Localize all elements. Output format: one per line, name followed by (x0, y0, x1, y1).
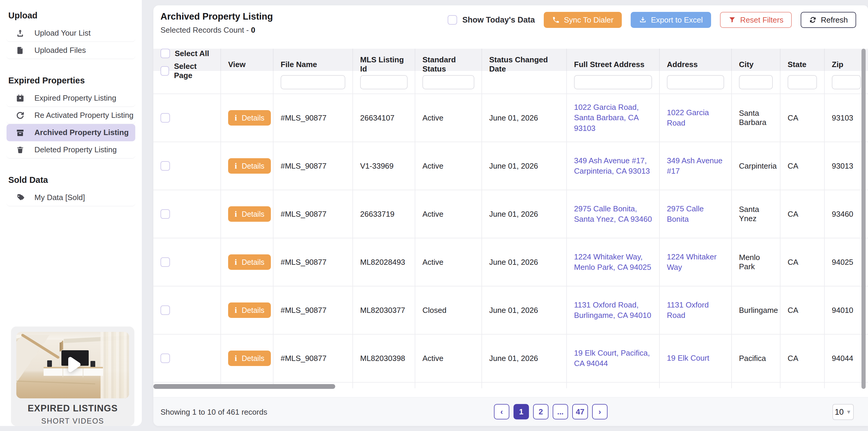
pagination-page-2[interactable]: 2 (533, 404, 549, 420)
filter-input-city[interactable] (739, 75, 773, 89)
full-street-address-link[interactable]: 349 Ash Avenue #17, Carpinteria, CA 9301… (574, 155, 652, 176)
pagination-page-47[interactable]: 47 (572, 404, 588, 420)
table-row: iDetails #MLS_90877 V1-33969 Active June… (153, 142, 868, 190)
cell-city: Santa Barbara (732, 94, 780, 142)
pagination-prev-button[interactable]: ‹ (494, 404, 509, 420)
row-checkbox[interactable] (160, 161, 170, 171)
address-link[interactable]: 349 Ash Avenue #17 (667, 155, 724, 176)
address-link[interactable]: 1022 Garcia Road (667, 108, 724, 128)
cell-status-changed-date: June 01, 2026 (482, 238, 567, 286)
file-icon (16, 46, 25, 55)
sidebar-gap (6, 59, 135, 69)
details-button[interactable]: iDetails (228, 254, 271, 270)
video-promo-card: EXPIRED LISTINGS SHORT VIDEOS (11, 326, 134, 426)
row-checkbox[interactable] (160, 257, 170, 267)
sync-to-dialer-button[interactable]: Sync To Dialer (544, 12, 622, 28)
export-to-excel-button[interactable]: Export to Excel (631, 12, 711, 28)
cell-standard-status: Active (415, 94, 482, 142)
info-icon: i (235, 353, 237, 363)
sidebar-item-uploaded-files[interactable]: Uploaded Files (6, 42, 135, 59)
sidebar-item-archived-property-listing[interactable]: Archived Property Listing (6, 124, 135, 141)
filter-input-full-street-address[interactable] (574, 75, 652, 89)
sidebar-item-deleted-property-listing[interactable]: Deleted Property Listing (6, 141, 135, 159)
select-all-checkbox[interactable] (160, 49, 170, 58)
pagination-next-button[interactable]: › (592, 404, 608, 420)
address-link[interactable]: 2975 Calle Bonita (667, 204, 724, 224)
room-plant (61, 342, 62, 351)
filter-input-zip[interactable] (832, 75, 861, 89)
video-thumbnail[interactable] (16, 332, 129, 398)
address-link[interactable]: 1131 Oxford Road (667, 300, 724, 321)
cell-mls-listing-id: V1-33969 (353, 142, 415, 190)
details-button[interactable]: iDetails (228, 158, 271, 174)
sidebar-item-label: Re Activated Property Listing (34, 111, 133, 120)
page-size-select[interactable]: 10 ▼ (832, 404, 854, 420)
table-filter-row (153, 71, 868, 94)
filter-input-state[interactable] (787, 75, 817, 89)
info-icon: i (235, 113, 237, 123)
full-street-address-link[interactable]: 1022 Garcia Road, Santa Barbara, CA 9310… (574, 102, 652, 133)
room-curtain (100, 332, 129, 398)
room-speakers (47, 361, 52, 367)
show-today-toggle[interactable]: Show Today's Data (447, 15, 535, 25)
address-link[interactable]: 19 Elk Court (667, 353, 709, 363)
full-street-address-link[interactable]: 19 Elk Court, Pacifica, CA 94044 (574, 348, 652, 369)
cell-standard-status: Active (415, 142, 482, 190)
sidebar-item-label: My Data [Sold] (34, 193, 85, 202)
cell-status-changed-date: June 01, 2026 (482, 190, 567, 238)
row-checkbox[interactable] (160, 209, 170, 219)
cell-mls-listing-id: ML82030398 (353, 335, 415, 382)
filter-input-file-name[interactable] (281, 75, 345, 89)
select-all-label: Select All (175, 49, 209, 58)
sidebar-item-reactivated-property-listing[interactable]: Re Activated Property Listing (6, 107, 135, 124)
sidebar-item-upload-your-list[interactable]: Upload Your List (6, 25, 135, 42)
address-link[interactable]: 1224 Whitaker Way (667, 252, 724, 272)
details-label: Details (242, 258, 264, 266)
sidebar-gap (6, 159, 135, 169)
table-row: iDetails #MLS_90877 ML82028493 Active Ju… (153, 238, 868, 286)
sidebar-item-expired-property-listing[interactable]: Expired Property Listing (6, 90, 135, 107)
refresh-icon (809, 16, 817, 24)
filter-input-address[interactable] (667, 75, 724, 89)
cell-file-name: #MLS_90877 (274, 238, 353, 286)
main-panel: Archived Property Listing Selected Recor… (153, 5, 868, 426)
full-street-address-link[interactable]: 1224 Whitaker Way, Menlo Park, CA 94025 (574, 252, 652, 272)
select-all-control[interactable]: Select All (160, 49, 209, 58)
details-label: Details (242, 162, 264, 170)
cell-standard-status: Active (415, 238, 482, 286)
filter-input-standard-status[interactable] (423, 75, 474, 89)
pagination-page-1[interactable]: 1 (514, 404, 529, 420)
sync-to-dialer-label: Sync To Dialer (564, 16, 614, 25)
cell-file-name: #MLS_90877 (274, 142, 353, 190)
cell-state: CA (780, 238, 825, 286)
row-checkbox[interactable] (160, 113, 170, 123)
filter-input-mls-listing-id[interactable] (360, 75, 408, 89)
listings-table: Select All Select Page View File Name ML… (153, 49, 868, 388)
pagination-ellipsis[interactable]: ... (553, 404, 568, 420)
play-icon[interactable] (62, 354, 83, 376)
details-label: Details (242, 354, 264, 363)
selected-records-count: Selected Records Count - 0 (160, 26, 255, 35)
cell-mls-listing-id: 26634107 (353, 94, 415, 142)
vertical-scrollbar[interactable] (862, 49, 866, 389)
cell-file-name: #MLS_90877 (274, 94, 353, 142)
cell-status-changed-date: June 01, 2026 (482, 335, 567, 382)
horizontal-scrollbar[interactable] (153, 384, 335, 389)
details-button[interactable]: iDetails (228, 206, 271, 222)
header-controls: Show Today's Data Sync To Dialer Export … (447, 12, 856, 28)
details-button[interactable]: iDetails (228, 350, 271, 366)
cell-status-changed-date: June 01, 2026 (482, 286, 567, 334)
show-today-checkbox[interactable] (447, 15, 457, 25)
details-button[interactable]: iDetails (228, 110, 271, 125)
calendar-x-icon (16, 93, 25, 103)
cell-standard-status: Active (415, 335, 482, 382)
refresh-button[interactable]: Refresh (801, 12, 856, 28)
full-street-address-link[interactable]: 2975 Calle Bonita, Santa Ynez, CA 93460 (574, 204, 652, 224)
row-checkbox[interactable] (160, 306, 170, 315)
sidebar-item-my-data-sold[interactable]: My Data [Sold] (6, 189, 135, 206)
page-size-value: 10 (835, 407, 844, 417)
row-checkbox[interactable] (160, 353, 170, 363)
reset-filters-button[interactable]: Reset Filters (720, 12, 792, 28)
details-button[interactable]: iDetails (228, 303, 271, 318)
full-street-address-link[interactable]: 1131 Oxford Road, Burlingame, CA 94010 (574, 300, 652, 321)
